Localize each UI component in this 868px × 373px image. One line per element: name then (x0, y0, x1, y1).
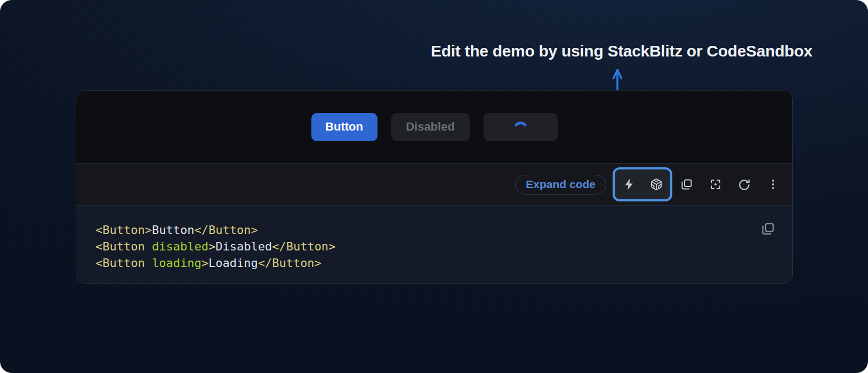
code-line: <Button>Button</Button> (95, 222, 773, 238)
sandbox-highlight-group (613, 167, 672, 201)
primary-button[interactable]: Button (311, 113, 377, 141)
demo-card: Button Disabled Expand code (76, 90, 793, 284)
code-copy-icon[interactable] (761, 222, 775, 236)
loading-button[interactable] (484, 113, 558, 141)
code-line: <Button loading>Loading</Button> (95, 255, 773, 271)
disabled-button: Disabled (391, 113, 470, 141)
stackblitz-bolt-icon[interactable] (623, 178, 636, 191)
demo-toolbar: Expand code (76, 163, 792, 206)
annotation-text: Edit the demo by using StackBlitz or Cod… (431, 42, 791, 60)
screenshot-canvas: Edit the demo by using StackBlitz or Cod… (0, 0, 868, 373)
expand-code-button[interactable]: Expand code (515, 175, 606, 194)
more-vertical-icon[interactable] (767, 178, 779, 191)
focus-scan-icon[interactable] (709, 178, 722, 191)
refresh-icon[interactable] (738, 178, 751, 191)
code-block: <Button>Button</Button><Button disabled>… (76, 206, 792, 283)
spinner-icon (513, 120, 528, 134)
code-line: <Button disabled>Disabled</Button> (95, 238, 773, 255)
copy-icon[interactable] (680, 178, 693, 191)
codesandbox-icon[interactable] (650, 178, 663, 191)
demo-preview-area: Button Disabled (76, 91, 792, 163)
code-content: <Button>Button</Button><Button disabled>… (95, 222, 773, 271)
